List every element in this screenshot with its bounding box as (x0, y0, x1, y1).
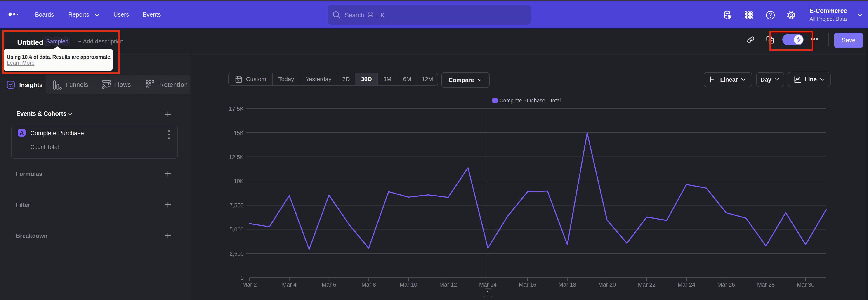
svg-text:15K: 15K (234, 130, 244, 136)
svg-text:0: 0 (241, 275, 244, 281)
svg-text:Mar 22: Mar 22 (638, 281, 655, 288)
svg-text:Mar 30: Mar 30 (797, 281, 814, 288)
svg-text:17.5K: 17.5K (229, 106, 244, 112)
svg-text:Mar 10: Mar 10 (400, 281, 417, 288)
svg-text:Mar 26: Mar 26 (717, 281, 735, 288)
svg-text:Mar 28: Mar 28 (757, 281, 775, 288)
svg-text:Mar 24: Mar 24 (678, 281, 695, 288)
svg-text:7,500: 7,500 (229, 202, 244, 208)
svg-text:Mar 20: Mar 20 (598, 281, 616, 288)
svg-text:Mar 2: Mar 2 (242, 281, 257, 288)
svg-text:Mar 14: Mar 14 (479, 281, 497, 288)
svg-text:Mar 12: Mar 12 (439, 281, 457, 288)
svg-text:2,500: 2,500 (229, 250, 244, 257)
svg-text:Mar 18: Mar 18 (559, 281, 576, 288)
svg-text:10K: 10K (234, 178, 244, 184)
svg-text:Mar 6: Mar 6 (322, 281, 336, 288)
svg-text:Mar 16: Mar 16 (519, 281, 536, 288)
svg-text:Mar 8: Mar 8 (362, 281, 376, 288)
svg-text:12.5K: 12.5K (229, 154, 244, 160)
svg-text:Mar 4: Mar 4 (282, 281, 297, 288)
svg-text:5,000: 5,000 (229, 226, 244, 233)
